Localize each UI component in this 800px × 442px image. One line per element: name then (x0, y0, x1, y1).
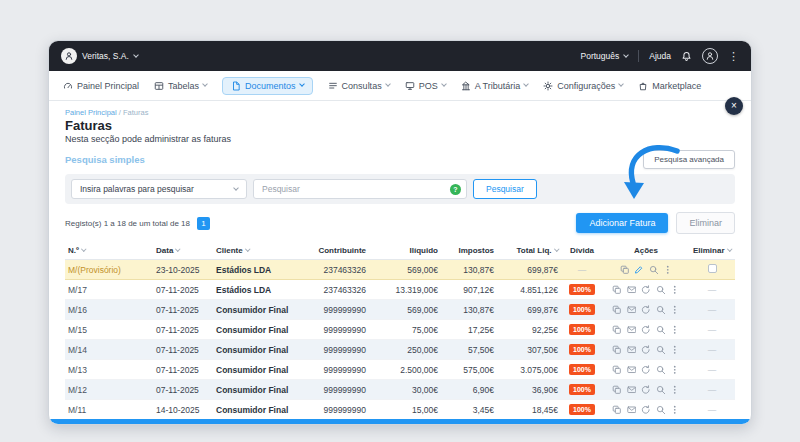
mail-icon[interactable] (627, 405, 637, 415)
chevron-down-icon (618, 81, 624, 87)
column-header-data[interactable]: Data (153, 246, 213, 255)
nav-item-configuracoes[interactable]: Configurações (543, 81, 623, 91)
sync-icon[interactable] (641, 345, 651, 355)
table-row[interactable]: M/12 07-11-2025 Consumidor Final 9999999… (65, 380, 735, 400)
search-icon[interactable] (656, 365, 666, 375)
nav-item-a-tributaria[interactable]: A Tributária (461, 81, 529, 91)
close-tour-button[interactable]: × (725, 97, 743, 115)
row-actions (603, 325, 689, 335)
simple-search-label: Pesquisa simples (65, 154, 145, 165)
row-actions (603, 345, 689, 355)
overflow-menu-icon[interactable]: ⋮ (728, 51, 739, 62)
more-options-icon[interactable] (670, 285, 680, 295)
company-menu[interactable]: Veritas, S.A. (61, 48, 138, 64)
copy-icon[interactable] (612, 405, 622, 415)
debt-badge: 100% (569, 284, 595, 295)
sync-icon[interactable] (641, 285, 651, 295)
search-input[interactable]: Pesquisar ? (253, 179, 467, 199)
search-icon[interactable] (656, 325, 666, 335)
copy-icon[interactable] (612, 385, 622, 395)
more-options-icon[interactable] (670, 325, 680, 335)
sort-icon (554, 247, 559, 252)
no-debt-dash: — (578, 265, 587, 275)
search-icon[interactable] (656, 305, 666, 315)
column-header-total-liq[interactable]: Total Liq. (497, 246, 561, 255)
nav-item-marketplace[interactable]: Marketplace (638, 81, 701, 91)
mail-icon[interactable] (627, 385, 637, 395)
help-icon[interactable]: ? (450, 184, 461, 195)
search-field-select[interactable]: Insira palavras para pesquisar (71, 179, 247, 199)
tax-id: 999999990 (297, 405, 369, 415)
table-row[interactable]: M/16 07-11-2025 Consumidor Final 9999999… (65, 300, 735, 320)
search-icon[interactable] (649, 265, 659, 275)
more-options-icon[interactable] (670, 405, 680, 415)
copy-icon[interactable] (612, 325, 622, 335)
more-options-icon[interactable] (670, 345, 680, 355)
mail-icon[interactable] (627, 285, 637, 295)
nav-item-documentos[interactable]: Documentos (222, 77, 313, 95)
sync-icon[interactable] (641, 305, 651, 315)
nav-item-pos[interactable]: POS (405, 81, 446, 91)
delete-cell: — (689, 305, 735, 315)
more-options-icon[interactable] (663, 265, 673, 275)
sync-icon[interactable] (641, 385, 651, 395)
table-row[interactable]: M/(Provisório) 23-10-2025 Estádios LDA 2… (65, 260, 735, 280)
notifications-bell-icon[interactable] (681, 51, 692, 62)
copy-icon[interactable] (612, 345, 622, 355)
nav-item-tabelas[interactable]: Tabelas (154, 81, 207, 91)
pagination-page-1[interactable]: 1 (197, 217, 210, 230)
column-header-eliminar[interactable]: Eliminar (689, 246, 735, 255)
net-amount: 30,00€ (369, 385, 441, 395)
column-header-cliente[interactable]: Cliente (213, 246, 297, 255)
table-row[interactable]: M/15 07-11-2025 Consumidor Final 9999999… (65, 320, 735, 340)
add-invoice-button[interactable]: Adicionar Fatura (576, 213, 668, 233)
copy-icon[interactable] (612, 305, 622, 315)
advanced-search-button[interactable]: Pesquisa avançada (643, 150, 735, 169)
page-title: Faturas (65, 118, 735, 133)
mail-icon[interactable] (627, 305, 637, 315)
monitor-icon (405, 81, 415, 91)
language-menu[interactable]: Português (581, 51, 629, 61)
copy-icon[interactable] (612, 285, 622, 295)
edit-icon[interactable] (634, 265, 644, 275)
table-row[interactable]: M/14 07-11-2025 Consumidor Final 9999999… (65, 340, 735, 360)
more-options-icon[interactable] (670, 385, 680, 395)
net-amount: 13.319,00€ (369, 285, 441, 295)
mail-icon[interactable] (627, 325, 637, 335)
delete-cell: — (689, 285, 735, 295)
table-row[interactable]: M/13 07-11-2025 Consumidor Final 9999999… (65, 360, 735, 380)
copy-icon[interactable] (612, 365, 622, 375)
invoice-date: 07-11-2025 (153, 325, 213, 335)
nav-item-painel-principal[interactable]: Painel Principal (63, 81, 139, 91)
list-icon (328, 81, 338, 91)
more-options-icon[interactable] (670, 365, 680, 375)
search-icon[interactable] (656, 405, 666, 415)
mail-icon[interactable] (627, 365, 637, 375)
column-header-numero[interactable]: N.º (65, 246, 153, 255)
sync-icon[interactable] (641, 365, 651, 375)
delete-checkbox[interactable] (708, 264, 717, 273)
help-button[interactable]: Ajuda (649, 51, 671, 61)
footer-bar (49, 419, 751, 424)
breadcrumb-current: Faturas (123, 108, 148, 117)
sync-icon[interactable] (641, 405, 651, 415)
more-options-icon[interactable] (670, 305, 680, 315)
document-icon (231, 81, 241, 91)
mail-icon[interactable] (627, 345, 637, 355)
search-icon[interactable] (656, 285, 666, 295)
search-icon[interactable] (656, 345, 666, 355)
table-row[interactable]: M/11 14-10-2025 Consumidor Final 9999999… (65, 400, 735, 420)
delete-disabled-dash: — (708, 385, 717, 395)
search-icon[interactable] (656, 385, 666, 395)
copy-icon[interactable] (620, 265, 630, 275)
sync-icon[interactable] (641, 325, 651, 335)
sort-icon (727, 247, 732, 252)
chevron-down-icon (233, 185, 239, 191)
user-avatar[interactable] (702, 48, 718, 64)
nav-item-consultas[interactable]: Consultas (328, 81, 390, 91)
breadcrumb-parent[interactable]: Painel Principal (65, 108, 117, 117)
table-row[interactable]: M/17 07-11-2025 Estádios LDA 237463326 1… (65, 280, 735, 300)
search-button[interactable]: Pesquisar (473, 179, 537, 199)
delete-disabled-dash: — (708, 405, 717, 415)
delete-button[interactable]: Eliminar (676, 212, 735, 234)
